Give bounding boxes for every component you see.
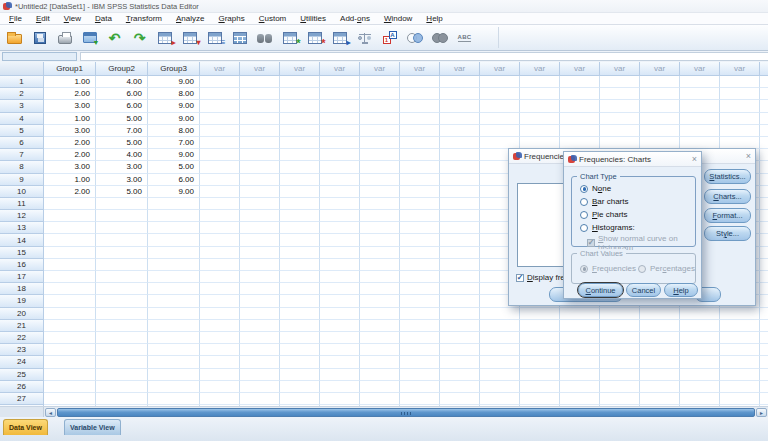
empty-cell[interactable]	[760, 320, 768, 332]
data-cell[interactable]: 5.00	[96, 186, 148, 198]
empty-cell[interactable]	[320, 332, 360, 344]
empty-cell[interactable]	[200, 174, 240, 186]
empty-cell[interactable]	[720, 381, 760, 393]
data-cell[interactable]	[44, 369, 96, 381]
empty-cell[interactable]	[400, 100, 440, 112]
empty-cell[interactable]	[760, 210, 768, 222]
data-cell[interactable]	[148, 369, 200, 381]
empty-cell[interactable]	[600, 332, 640, 344]
empty-cell[interactable]	[400, 369, 440, 381]
empty-cell[interactable]	[520, 125, 560, 137]
empty-cell[interactable]	[280, 283, 320, 295]
data-cell[interactable]: 7.00	[148, 137, 200, 149]
empty-cell[interactable]	[240, 332, 280, 344]
data-cell[interactable]	[96, 356, 148, 368]
data-cell[interactable]: 9.00	[148, 100, 200, 112]
empty-cell[interactable]	[680, 308, 720, 320]
close-icon[interactable]: ×	[746, 152, 751, 161]
data-cell[interactable]	[44, 308, 96, 320]
empty-cell[interactable]	[200, 137, 240, 149]
data-cell[interactable]: 9.00	[148, 186, 200, 198]
empty-cell[interactable]	[480, 393, 520, 405]
empty-cell[interactable]	[240, 234, 280, 246]
empty-cell[interactable]	[280, 113, 320, 125]
empty-cell[interactable]	[440, 174, 480, 186]
print-button[interactable]	[52, 26, 77, 49]
data-cell[interactable]	[148, 344, 200, 356]
data-cell[interactable]	[148, 332, 200, 344]
empty-cell[interactable]	[520, 356, 560, 368]
data-cell[interactable]: 7.00	[96, 125, 148, 137]
empty-cell[interactable]	[200, 234, 240, 246]
empty-cell[interactable]	[400, 113, 440, 125]
empty-cell[interactable]	[560, 113, 600, 125]
data-cell[interactable]	[96, 271, 148, 283]
data-cell[interactable]	[44, 247, 96, 259]
data-cell[interactable]: 5.00	[148, 161, 200, 173]
empty-cell[interactable]	[240, 149, 280, 161]
empty-cell[interactable]	[440, 247, 480, 259]
horizontal-scrollbar[interactable]: ◄ ►	[0, 406, 768, 417]
empty-cell[interactable]	[760, 295, 768, 307]
empty-cell[interactable]	[320, 198, 360, 210]
radio-none[interactable]: None	[580, 184, 611, 193]
data-cell[interactable]	[44, 222, 96, 234]
empty-cell[interactable]	[680, 125, 720, 137]
data-cell[interactable]: 5.00	[96, 137, 148, 149]
data-cell[interactable]	[148, 198, 200, 210]
empty-cell[interactable]	[400, 222, 440, 234]
column-header-var[interactable]: var	[280, 62, 320, 76]
empty-cell[interactable]	[360, 283, 400, 295]
empty-cell[interactable]	[240, 381, 280, 393]
data-cell[interactable]	[96, 332, 148, 344]
empty-cell[interactable]	[680, 88, 720, 100]
empty-cell[interactable]	[360, 186, 400, 198]
empty-cell[interactable]	[760, 381, 768, 393]
empty-cell[interactable]	[560, 88, 600, 100]
empty-cell[interactable]	[600, 393, 640, 405]
data-cell[interactable]: 6.00	[96, 88, 148, 100]
empty-cell[interactable]	[600, 125, 640, 137]
empty-cell[interactable]	[680, 332, 720, 344]
empty-cell[interactable]	[640, 88, 680, 100]
empty-cell[interactable]	[320, 356, 360, 368]
empty-cell[interactable]	[360, 320, 400, 332]
empty-cell[interactable]	[560, 76, 600, 88]
empty-cell[interactable]	[720, 332, 760, 344]
empty-cell[interactable]	[280, 88, 320, 100]
data-cell[interactable]: 3.00	[96, 161, 148, 173]
row-header[interactable]: 5	[0, 125, 44, 137]
empty-cell[interactable]	[200, 149, 240, 161]
empty-cell[interactable]	[400, 174, 440, 186]
menu-help[interactable]: Help	[419, 14, 449, 23]
empty-cell[interactable]	[280, 381, 320, 393]
empty-cell[interactable]	[360, 88, 400, 100]
data-cell[interactable]	[148, 210, 200, 222]
data-cell[interactable]	[44, 381, 96, 393]
column-header-var[interactable]: var	[320, 62, 360, 76]
empty-cell[interactable]	[440, 149, 480, 161]
empty-cell[interactable]	[440, 113, 480, 125]
empty-cell[interactable]	[480, 381, 520, 393]
empty-cell[interactable]	[400, 356, 440, 368]
empty-cell[interactable]	[360, 149, 400, 161]
empty-cell[interactable]	[440, 320, 480, 332]
goto-case-button[interactable]: ▸	[152, 26, 177, 49]
row-header[interactable]: 12	[0, 210, 44, 222]
empty-cell[interactable]	[240, 295, 280, 307]
column-header-var[interactable]: var	[200, 62, 240, 76]
empty-cell[interactable]	[280, 210, 320, 222]
data-cell[interactable]	[96, 295, 148, 307]
empty-cell[interactable]	[240, 100, 280, 112]
menu-addons[interactable]: Add-ons	[333, 14, 377, 23]
data-cell[interactable]	[148, 283, 200, 295]
empty-cell[interactable]	[320, 174, 360, 186]
empty-cell[interactable]	[240, 247, 280, 259]
empty-cell[interactable]	[720, 393, 760, 405]
empty-cell[interactable]	[400, 271, 440, 283]
empty-cell[interactable]	[440, 393, 480, 405]
cell-editor-input[interactable]	[80, 52, 768, 61]
empty-cell[interactable]	[760, 344, 768, 356]
empty-cell[interactable]	[440, 356, 480, 368]
empty-cell[interactable]	[400, 137, 440, 149]
